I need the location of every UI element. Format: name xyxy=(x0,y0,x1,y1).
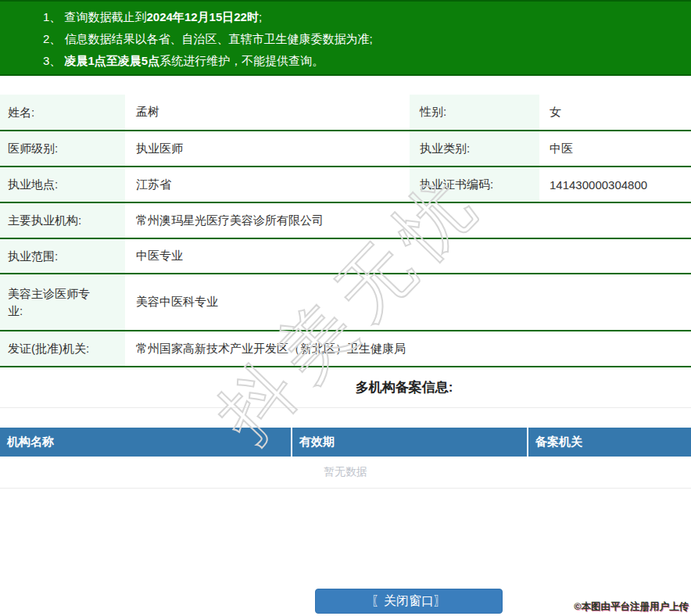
main-institution-label: 主要执业机构: xyxy=(0,203,125,238)
practice-scope-value: 中医专业 xyxy=(125,249,691,263)
table-row: 医师级别: 执业医师 执业类别: 中医 xyxy=(0,131,691,167)
table-row: 美容主诊医师专业: 美容中医科专业 xyxy=(0,274,691,331)
main-institution-value: 常州澳玛星光医疗美容诊所有限公司 xyxy=(125,213,691,228)
filing-table: 机构名称 有效期 备案机关 暂无数据 xyxy=(0,428,691,489)
notice-bold-text: 凌晨1点至凌晨5点 xyxy=(65,54,160,67)
table-row: 执业地点: 江苏省 执业证书编码: 141430000304800 xyxy=(0,167,691,203)
practice-location-label: 执业地点: xyxy=(0,167,125,202)
practice-category-label: 执业类别: xyxy=(410,131,539,166)
notice-number: 3、 xyxy=(43,54,65,67)
table-row: 姓名: 孟树 性别: 女 xyxy=(0,95,691,131)
table-row: 发证(批准)机关: 常州国家高新技术产业开发区（新北区）卫生健康局 xyxy=(0,331,691,367)
practice-location-value: 江苏省 xyxy=(125,177,406,192)
empty-data-row: 暂无数据 xyxy=(0,457,691,489)
upload-credit: ©本图由平台注册用户上传 xyxy=(574,600,689,614)
notice-text: 信息数据结果以各省、自治区、直辖市卫生健康委数据为准; xyxy=(65,32,373,45)
notice-text: ; xyxy=(259,10,262,23)
issuing-authority-label: 发证(批准)机关: xyxy=(0,331,125,366)
certificate-code-label: 执业证书编码: xyxy=(410,167,539,202)
notice-line-3: 3、 凌晨1点至凌晨5点系统进行维护，不能提供查询。 xyxy=(43,50,683,72)
name-label: 姓名: xyxy=(0,95,125,130)
table-row: 主要执业机构: 常州澳玛星光医疗美容诊所有限公司 xyxy=(0,203,691,239)
practice-scope-label: 执业范围: xyxy=(0,239,125,273)
doctor-level-label: 医师级别: xyxy=(0,131,125,166)
notice-number: 1、 xyxy=(43,10,65,23)
spacer xyxy=(0,408,691,428)
notice-line-1: 1、 查询数据截止到2024年12月15日22时; xyxy=(43,6,683,28)
gender-label: 性别: xyxy=(410,95,539,130)
filing-col-validity-period: 有效期 xyxy=(291,428,527,457)
table-row: 执业范围: 中医专业 xyxy=(0,239,691,274)
filing-table-header: 机构名称 有效期 备案机关 xyxy=(0,428,691,457)
doctor-level-value: 执业医师 xyxy=(125,141,406,156)
notice-banner: 1、 查询数据截止到2024年12月15日22时; 2、 信息数据结果以各省、自… xyxy=(0,0,691,76)
gender-value: 女 xyxy=(539,105,691,120)
doctor-info-table: 姓名: 孟树 性别: 女 医师级别: 执业医师 执业类别: 中医 执业地点: 江… xyxy=(0,95,691,367)
cosmetic-specialty-value: 美容中医科专业 xyxy=(125,295,691,310)
name-value: 孟树 xyxy=(125,105,406,120)
notice-number: 2、 xyxy=(43,32,65,45)
query-result-page: 1、 查询数据截止到2024年12月15日22时; 2、 信息数据结果以各省、自… xyxy=(0,0,691,616)
notice-line-2: 2、 信息数据结果以各省、自治区、直辖市卫生健康委数据为准; xyxy=(43,28,683,50)
filing-col-institution-name: 机构名称 xyxy=(0,428,291,457)
certificate-code-value: 141430000304800 xyxy=(539,178,691,192)
cosmetic-specialty-label: 美容主诊医师专业: xyxy=(0,274,125,330)
issuing-authority-value: 常州国家高新技术产业开发区（新北区）卫生健康局 xyxy=(125,342,691,356)
notice-bold-text: 2024年12月15日22时 xyxy=(147,10,259,23)
notice-text: 系统进行维护，不能提供查询。 xyxy=(159,54,324,67)
filing-section-title: 多机构备案信息: xyxy=(0,367,691,408)
filing-col-filing-authority: 备案机关 xyxy=(527,428,691,457)
notice-text: 查询数据截止到 xyxy=(65,10,147,23)
close-window-button[interactable]: 〖关闭窗口〗 xyxy=(315,589,503,614)
empty-data-text: 暂无数据 xyxy=(324,465,367,479)
practice-category-value: 中医 xyxy=(539,141,691,156)
